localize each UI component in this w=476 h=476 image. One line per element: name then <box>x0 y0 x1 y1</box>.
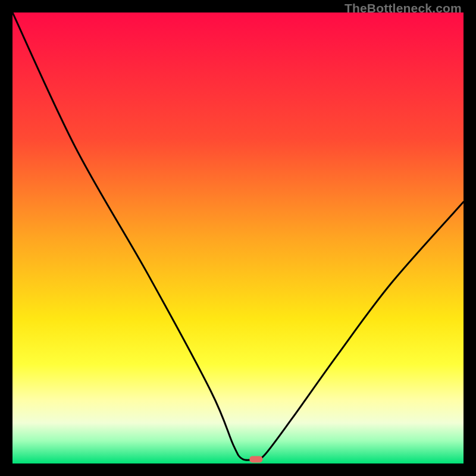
optimal-marker <box>249 456 262 462</box>
gradient-background <box>12 12 464 464</box>
chart-frame: TheBottleneck.com <box>0 0 476 476</box>
watermark-label: TheBottleneck.com <box>345 1 462 15</box>
chart-canvas <box>0 0 476 476</box>
